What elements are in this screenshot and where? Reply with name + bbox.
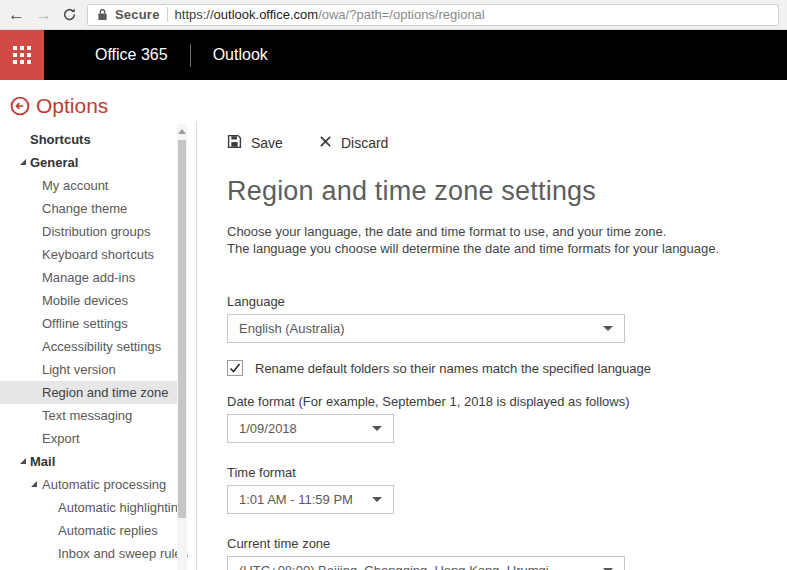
scroll-up-icon[interactable] [178, 129, 186, 134]
chevron-down-icon [372, 497, 382, 502]
sidebar-item-label: Automatic processing [42, 477, 166, 492]
options-sidebar: ShortcutsGeneralMy accountChange themeDi… [0, 122, 197, 570]
description-line2: The language you choose will determine t… [227, 240, 787, 257]
sidebar-scrollbar[interactable] [177, 124, 187, 570]
office365-brand[interactable]: Office 365 [95, 46, 168, 64]
sidebar-item-offline-settings[interactable]: Offline settings [0, 312, 177, 335]
date-format-label: Date format (For example, September 1, 2… [227, 394, 787, 409]
sidebar-item-automatic-processing[interactable]: Automatic processing [0, 473, 177, 496]
sidebar-item-export[interactable]: Export [0, 427, 177, 450]
content-row: ShortcutsGeneralMy accountChange themeDi… [0, 122, 787, 570]
language-dropdown[interactable]: English (Australia) [227, 314, 625, 343]
sidebar-item-automatic-replies[interactable]: Automatic replies [0, 519, 177, 542]
sidebar-item-junk-email-reporting[interactable]: Junk email reporting [0, 565, 177, 570]
sidebar-item-label: Distribution groups [42, 224, 150, 239]
options-title: Options [36, 94, 108, 118]
sidebar-item-label: Offline settings [42, 316, 128, 331]
sidebar-item-label: Shortcuts [30, 132, 91, 147]
padlock-icon [97, 8, 108, 21]
sidebar-item-accessibility-settings[interactable]: Accessibility settings [0, 335, 177, 358]
sidebar-item-region-and-time-zone[interactable]: Region and time zone [0, 381, 177, 404]
language-label: Language [227, 294, 787, 309]
expanded-triangle-icon[interactable] [20, 458, 26, 464]
page-title: Region and time zone settings [227, 176, 787, 207]
timezone-dropdown[interactable]: (UTC+08:00) Beijing, Chongqing, Hong Kon… [227, 556, 625, 570]
browser-back-icon[interactable]: ← [8, 6, 25, 23]
page-description: Choose your language, the date and time … [227, 223, 787, 257]
sidebar-item-automatic-highlighting[interactable]: Automatic highlighting [0, 496, 177, 519]
browser-reload-icon[interactable] [62, 7, 77, 22]
sidebar-item-my-account[interactable]: My account [0, 174, 177, 197]
sidebar-item-mail[interactable]: Mail [0, 450, 177, 473]
chevron-down-icon [372, 426, 382, 431]
rename-folders-checkbox[interactable] [227, 360, 243, 376]
time-format-field: Time format 1:01 AM - 11:59 PM [227, 465, 787, 514]
timezone-field: Current time zone (UTC+08:00) Beijing, C… [227, 536, 787, 570]
close-icon [319, 134, 332, 152]
time-format-label: Time format [227, 465, 787, 480]
save-button[interactable]: Save [227, 134, 283, 153]
app-launcher-button[interactable] [0, 30, 44, 80]
sidebar-item-label: Change theme [42, 201, 127, 216]
url-divider [167, 7, 168, 22]
chevron-down-icon [603, 326, 613, 331]
date-format-dropdown[interactable]: 1/09/2018 [227, 414, 394, 443]
outlook-app-name[interactable]: Outlook [213, 46, 268, 64]
address-bar[interactable]: Secure https://outlook.office.com/owa/?p… [87, 4, 779, 26]
rename-folders-row: Rename default folders so their names ma… [227, 360, 787, 376]
back-arrow-icon[interactable] [10, 96, 30, 116]
command-bar: Save Discard [227, 134, 787, 152]
sidebar-item-label: Keyboard shortcuts [42, 247, 154, 262]
sidebar-item-text-messaging[interactable]: Text messaging [0, 404, 177, 427]
save-icon [227, 134, 242, 153]
sidebar-item-label: Export [42, 431, 80, 446]
sidebar-item-label: Automatic replies [58, 523, 158, 538]
date-format-field: Date format (For example, September 1, 2… [227, 394, 787, 443]
office365-top-bar: Office 365 Outlook [0, 30, 787, 80]
rename-folders-label: Rename default folders so their names ma… [255, 361, 651, 376]
waffle-icon [13, 46, 31, 64]
sidebar-item-label: Text messaging [42, 408, 132, 423]
sidebar-item-light-version[interactable]: Light version [0, 358, 177, 381]
sidebar-item-manage-add-ins[interactable]: Manage add-ins [0, 266, 177, 289]
sidebar-item-label: Accessibility settings [42, 339, 161, 354]
discard-button[interactable]: Discard [319, 134, 388, 152]
expanded-triangle-icon[interactable] [20, 159, 26, 165]
expanded-triangle-icon[interactable] [31, 481, 37, 487]
sidebar-item-label: Light version [42, 362, 116, 377]
sidebar-item-label: Manage add-ins [42, 270, 135, 285]
sidebar-item-label: My account [42, 178, 108, 193]
sidebar-item-label: Region and time zone [42, 385, 168, 400]
sidebar-item-change-theme[interactable]: Change theme [0, 197, 177, 220]
sidebar-item-label: Mail [30, 454, 55, 469]
secure-label: Secure [115, 7, 160, 22]
language-field: Language English (Australia) [227, 294, 787, 343]
sidebar-item-mobile-devices[interactable]: Mobile devices [0, 289, 177, 312]
sidebar-nav-list: ShortcutsGeneralMy accountChange themeDi… [0, 128, 196, 570]
sidebar-item-general[interactable]: General [0, 151, 177, 174]
url-text: https://outlook.office.com/owa/?path=/op… [175, 7, 485, 22]
browser-chrome: ← → Secure https://outlook.office.com/ow… [0, 0, 787, 30]
sidebar-item-keyboard-shortcuts[interactable]: Keyboard shortcuts [0, 243, 177, 266]
description-line1: Choose your language, the date and time … [227, 223, 787, 240]
browser-forward-icon[interactable]: → [35, 6, 52, 23]
options-header: Options [0, 80, 787, 122]
scrollbar-thumb[interactable] [178, 140, 186, 518]
sidebar-item-label: General [30, 155, 78, 170]
time-format-dropdown[interactable]: 1:01 AM - 11:59 PM [227, 485, 394, 514]
sidebar-item-label: Automatic highlighting [58, 500, 185, 515]
sidebar-item-inbox-and-sweep-rules[interactable]: Inbox and sweep rules [0, 542, 177, 565]
sidebar-item-label: Inbox and sweep rules [58, 546, 188, 561]
checkmark-icon [229, 362, 241, 374]
sidebar-item-distribution-groups[interactable]: Distribution groups [0, 220, 177, 243]
sidebar-item-label: Mobile devices [42, 293, 128, 308]
top-bar-divider [190, 44, 191, 67]
sidebar-item-shortcuts[interactable]: Shortcuts [0, 128, 177, 151]
timezone-label: Current time zone [227, 536, 787, 551]
settings-main-pane: Save Discard Region and time zone settin… [197, 122, 787, 570]
